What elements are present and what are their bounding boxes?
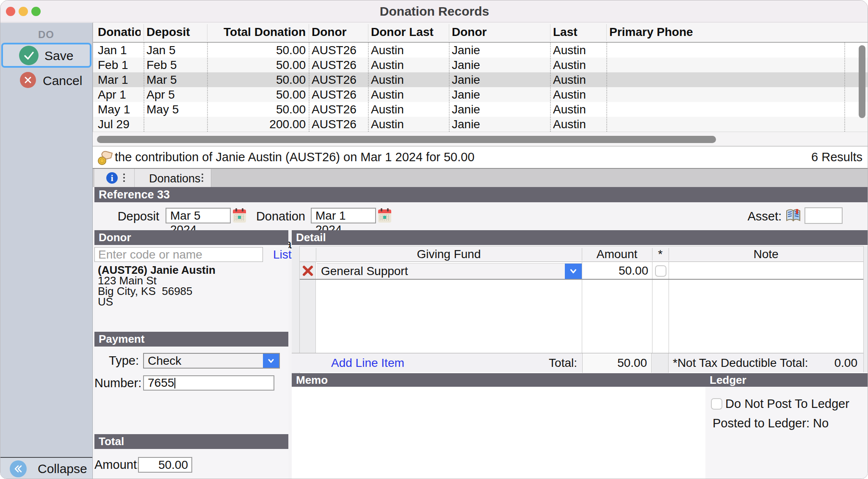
donor-list-link[interactable]: List	[273, 247, 292, 262]
date-form-row: Deposit Date: Mar 5 2024 Donation Date: …	[94, 202, 868, 230]
cell-total_amount: 50.00	[210, 43, 306, 58]
giving-fund-dropdown-button[interactable]	[565, 264, 582, 279]
column-header-donor_salutation[interactable]: Donor Salutation Name	[452, 22, 547, 42]
cell-donor_last_name: Austin	[371, 102, 446, 117]
total-amount-label: Amount:	[94, 457, 133, 473]
payment-type-dropdown-button[interactable]	[263, 354, 279, 368]
column-header-deposit_date[interactable]: Deposit Date	[147, 22, 204, 42]
memo-textarea[interactable]	[292, 387, 705, 479]
reference-header: Reference 33	[94, 187, 868, 202]
tab-donations[interactable]: Donations	[135, 169, 211, 187]
cell-last_name: Austin	[553, 102, 603, 117]
giving-fund-value: General Support	[321, 264, 408, 279]
detail-line-item-row: General Support 50.00	[300, 263, 868, 279]
save-label: Save	[44, 49, 73, 63]
cancel-button[interactable]: Cancel	[1, 68, 91, 92]
detail-table: Giving Fund Amount * Note General Suppor…	[292, 245, 868, 373]
add-line-item-link[interactable]: Add Line Item	[331, 353, 404, 373]
donation-date-input[interactable]: Mar 1 2024	[311, 208, 376, 223]
save-button[interactable]: Save	[1, 43, 91, 68]
giving-fund-dropdown[interactable]: General Support	[317, 263, 582, 279]
horizontal-scrollbar-track	[93, 132, 868, 146]
table-row[interactable]: Jan 1 2024Jan 5 202450.00AUST26AustinJan…	[93, 43, 868, 58]
cell-donation_date: Jul 29 2024	[98, 117, 141, 132]
donation-coin-icon	[97, 149, 113, 165]
cell-donor_code: AUST26	[312, 58, 365, 72]
cell-donor_code: AUST26	[312, 87, 365, 102]
column-header-last_name[interactable]: Last Name	[553, 22, 603, 42]
info-tab-menu-icon[interactable]	[123, 173, 125, 182]
line-item-ntd-checkbox[interactable]	[655, 265, 666, 277]
line-item-amount[interactable]: 50.00	[582, 263, 648, 279]
cell-deposit_date	[147, 117, 204, 132]
donor-header-label: Donor	[99, 230, 131, 245]
column-header-donor_last_name[interactable]: Donor Last Name	[371, 22, 446, 42]
cell-total_amount: 50.00	[210, 72, 306, 87]
titlebar: Donation Records	[0, 0, 868, 22]
payment-section-header: Payment	[94, 332, 288, 347]
payment-type-dropdown[interactable]: Check	[143, 353, 280, 369]
detail-col-giving-fund: Giving Fund	[316, 246, 582, 262]
cell-donor_code: AUST26	[312, 102, 365, 117]
results-count: 6 Results	[811, 146, 862, 168]
cell-total_amount: 200.00	[210, 117, 306, 132]
cell-primary_phone	[609, 87, 841, 102]
line-item-row-divider	[300, 279, 863, 280]
detail-total-value: 50.00	[582, 353, 652, 373]
cell-donation_date: Feb 1 2024	[98, 58, 141, 72]
info-tab[interactable]: i	[94, 169, 135, 187]
total-amount-input[interactable]: 50.00	[138, 457, 192, 473]
asset-book-icon[interactable]	[786, 209, 801, 223]
record-summary-row: the contribution of Janie Austin (AUST26…	[93, 146, 868, 169]
cell-deposit_date: Feb 5 2024	[147, 58, 204, 72]
deposit-date-input[interactable]: Mar 5 2024	[166, 208, 231, 223]
ledger-section-header: Ledger	[705, 373, 868, 387]
payment-number-input[interactable]: 7655	[143, 375, 274, 391]
delete-line-item-icon[interactable]	[301, 264, 315, 278]
cell-primary_phone	[609, 72, 841, 87]
donor-search-input[interactable]: Enter code or name	[94, 247, 263, 262]
total-section-header: Total	[94, 434, 288, 449]
column-header-donor_code[interactable]: Donor Code	[312, 22, 365, 42]
table-row[interactable]: Feb 1 2024Feb 5 202450.00AUST26AustinJan…	[93, 58, 868, 72]
table-row[interactable]: Mar 1 2024Mar 5 202450.00AUST26AustinJan…	[93, 72, 868, 87]
asset-input[interactable]	[804, 207, 843, 224]
memo-section-header: Memo	[292, 373, 705, 387]
do-not-post-label: Do Not Post To Ledger	[725, 398, 849, 410]
payment-panel: Type: Check Number: 7655	[94, 347, 288, 434]
text-cursor	[174, 378, 175, 388]
donor-panel: Enter code or name List (AUST26) Janie A…	[94, 245, 288, 332]
table-row[interactable]: May 1 2024May 5 202450.00AUST26AustinJan…	[93, 102, 868, 117]
collapse-button[interactable]: Collapse	[0, 457, 92, 479]
asset-label: Asset:	[730, 202, 782, 230]
cell-last_name: Austin	[553, 117, 603, 132]
cell-donor_salutation: Janie	[452, 87, 547, 102]
total-panel: Amount: 50.00	[94, 449, 288, 479]
horizontal-scrollbar-thumb[interactable]	[97, 136, 716, 143]
memo-header-label: Memo	[296, 373, 328, 387]
cell-deposit_date: May 5 2024	[147, 102, 204, 117]
cancel-label: Cancel	[43, 74, 82, 88]
cell-last_name: Austin	[553, 87, 603, 102]
donor-section-header: Donor	[94, 230, 288, 245]
detail-right-strip	[863, 246, 868, 372]
payment-type-value: Check	[148, 354, 181, 368]
donations-tab-menu-icon[interactable]	[202, 173, 203, 182]
column-header-total_amount[interactable]: Total Donation Amount	[210, 22, 306, 42]
donor-address-line3: US	[98, 297, 216, 307]
do-not-post-checkbox[interactable]	[711, 398, 722, 410]
donor-address-line2: Big City, KS 56985	[98, 286, 216, 297]
donations-table: Donation DateDeposit DateTotal Donation …	[93, 22, 868, 146]
cell-total_amount: 50.00	[210, 58, 306, 72]
column-header-donation_date[interactable]: Donation Date	[98, 22, 141, 42]
detail-header-row: Giving Fund Amount * Note	[300, 246, 868, 262]
vertical-scrollbar-thumb[interactable]	[859, 45, 865, 118]
detail-header-label: Detail	[296, 230, 326, 245]
cell-donor_last_name: Austin	[371, 43, 446, 58]
donation-date-calendar-icon[interactable]	[378, 209, 391, 223]
table-row[interactable]: Apr 1 2024Apr 5 202450.00AUST26AustinJan…	[93, 87, 868, 102]
table-row[interactable]: Jul 29 2024200.00AUST26AustinJanieAustin	[93, 117, 868, 132]
reference-label: Reference 33	[99, 187, 170, 202]
cell-deposit_date: Mar 5 2024	[147, 72, 204, 87]
column-header-primary_phone[interactable]: Primary Phone	[609, 22, 841, 42]
